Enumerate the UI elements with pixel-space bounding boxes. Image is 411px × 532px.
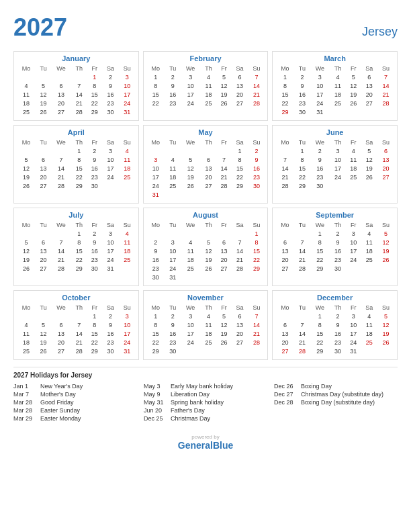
cal-day: 10 [181, 81, 201, 90]
cal-day: 29 [310, 347, 330, 355]
cal-day: 19 [361, 164, 377, 173]
cal-day: 14 [294, 247, 310, 255]
cal-day: 19 [201, 255, 217, 264]
cal-day: 1 [87, 73, 103, 81]
cal-day: 6 [377, 146, 394, 155]
cal-day: 11 [361, 320, 377, 329]
cal-day: 31 [146, 190, 165, 199]
cal-day: 29 [71, 264, 87, 273]
cal-day: 4 [361, 312, 377, 320]
day-header: Th [201, 138, 217, 146]
holiday-entry: Jan 1New Year's Day [13, 383, 137, 390]
cal-day [275, 146, 294, 155]
cal-day: 28 [275, 181, 294, 190]
month-name: February [146, 54, 265, 62]
cal-day: 20 [361, 90, 377, 99]
cal-day: 30 [248, 181, 265, 190]
cal-day: 28 [248, 99, 265, 107]
cal-day [201, 190, 217, 199]
day-header: Mo [146, 221, 165, 229]
cal-day [51, 312, 71, 320]
cal-day: 12 [17, 164, 36, 173]
day-header: Su [248, 138, 265, 146]
cal-day: 5 [377, 229, 394, 238]
cal-day: 22 [71, 255, 87, 264]
cal-day: 23 [248, 173, 265, 181]
month-block-november: NovemberMoTuWeThFrSaSu123456789101112131… [143, 290, 269, 360]
cal-table: MoTuWeThFrSaSu12345678910111213141516171… [146, 64, 265, 107]
cal-day: 9 [102, 320, 119, 329]
day-header: We [310, 64, 330, 73]
cal-day: 12 [216, 81, 232, 90]
month-block-september: SeptemberMoTuWeThFrSaSu12345678910111213… [272, 208, 398, 286]
cal-day: 12 [17, 247, 36, 255]
day-header: We [310, 221, 330, 229]
cal-day: 14 [275, 164, 294, 173]
month-name: January [17, 54, 136, 62]
cal-day: 31 [165, 273, 181, 281]
cal-day: 24 [346, 338, 361, 347]
day-header: We [181, 221, 201, 229]
cal-day: 9 [87, 155, 103, 164]
cal-day: 14 [294, 329, 310, 338]
country-title: Jersey [362, 25, 398, 39]
cal-day [346, 181, 361, 190]
cal-day: 18 [361, 247, 377, 255]
cal-day: 9 [294, 81, 310, 90]
cal-day: 14 [51, 164, 71, 173]
holiday-date: May 31 [144, 399, 167, 406]
holiday-date: Dec 26 [274, 383, 297, 390]
cal-day: 31 [310, 107, 330, 116]
cal-day [232, 273, 248, 281]
cal-day: 3 [119, 73, 136, 81]
cal-day: 25 [201, 338, 217, 347]
cal-day [71, 312, 87, 320]
cal-table: MoTuWeThFrSaSu12345678910111213141516171… [17, 221, 136, 273]
cal-day: 21 [294, 338, 310, 347]
month-block-december: DecemberMoTuWeThFrSaSu123456789101112131… [272, 290, 398, 360]
cal-day [181, 229, 201, 238]
cal-day: 26 [377, 338, 394, 347]
cal-day: 15 [146, 329, 165, 338]
day-header: Th [330, 221, 346, 229]
cal-day: 24 [346, 255, 361, 264]
cal-day: 29 [232, 181, 248, 190]
day-header: Su [248, 221, 265, 229]
cal-day: 12 [216, 320, 232, 329]
cal-day: 9 [248, 155, 265, 164]
cal-day: 7 [248, 312, 265, 320]
month-name: August [146, 211, 265, 219]
cal-day: 10 [330, 155, 346, 164]
cal-day: 7 [248, 73, 265, 81]
day-header: Mo [146, 64, 165, 73]
day-header: Fr [216, 221, 232, 229]
holiday-name: Boxing Day [301, 383, 332, 390]
cal-day: 29 [275, 107, 294, 116]
cal-day: 7 [294, 320, 310, 329]
holiday-name: Christmas Day (substitute day) [301, 391, 383, 398]
day-header: Tu [165, 138, 181, 146]
holiday-entry: Jun 20Father's Day [144, 407, 267, 414]
month-name: September [275, 211, 394, 219]
day-header: Fr [87, 221, 103, 229]
cal-day: 28 [216, 181, 232, 190]
cal-day: 11 [165, 164, 181, 173]
cal-day: 13 [232, 81, 248, 90]
cal-day: 3 [165, 238, 181, 247]
cal-day: 12 [361, 155, 377, 164]
cal-day: 2 [102, 312, 119, 320]
cal-day [36, 312, 51, 320]
cal-day: 4 [330, 73, 346, 81]
cal-day: 13 [51, 329, 71, 338]
day-header: Su [377, 138, 394, 146]
cal-day [346, 107, 361, 116]
holiday-date: Dec 27 [274, 391, 297, 398]
day-header: Mo [17, 138, 36, 146]
cal-day: 9 [165, 81, 181, 90]
day-header: Fr [346, 304, 361, 312]
holiday-date: Jan 1 [13, 383, 36, 390]
cal-day: 19 [17, 173, 36, 181]
cal-day: 20 [275, 338, 294, 347]
day-header: Mo [17, 64, 36, 73]
cal-day: 24 [330, 173, 346, 181]
